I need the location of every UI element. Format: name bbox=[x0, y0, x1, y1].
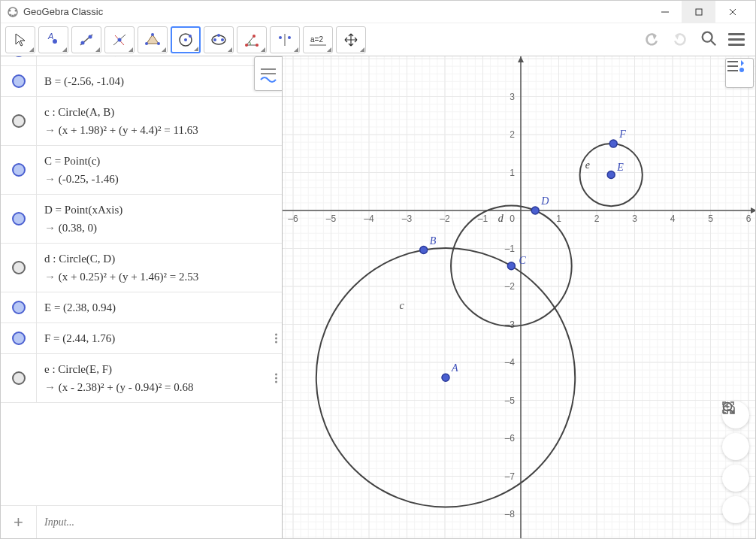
svg-point-20 bbox=[157, 42, 160, 45]
minimize-button[interactable] bbox=[648, 1, 682, 23]
close-button[interactable] bbox=[715, 1, 749, 23]
entry-text: A = (-1.98, -4.4) bbox=[44, 56, 274, 59]
svg-text:F: F bbox=[618, 129, 626, 140]
tool-circle[interactable] bbox=[171, 26, 201, 53]
visibility-toggle[interactable] bbox=[12, 114, 26, 128]
algebra-entry[interactable]: e : Circle(E, F)(x - 2.38)² + (y - 0.94)… bbox=[1, 354, 282, 403]
algebra-entry[interactable]: d : Circle(C, D)(x + 0.25)² + (y + 1.46)… bbox=[1, 244, 282, 292]
point-D[interactable] bbox=[531, 207, 539, 214]
svg-point-19 bbox=[151, 33, 154, 36]
entry-text: E = (2.38, 0.94) bbox=[44, 298, 274, 316]
svg-text:3: 3 bbox=[632, 213, 637, 224]
svg-text:–2: –2 bbox=[505, 281, 516, 292]
algebra-entry[interactable]: A = (-1.98, -4.4) bbox=[1, 56, 282, 66]
svg-text:2: 2 bbox=[594, 213, 600, 224]
graphics-panel[interactable]: –6–5–4–3–2–1123456–8–7–6–5–4–3–2–11230cd… bbox=[283, 56, 755, 538]
svg-text:–5: –5 bbox=[326, 213, 337, 224]
point-C[interactable] bbox=[507, 262, 515, 270]
graphics-style-tab[interactable] bbox=[725, 58, 754, 88]
entry-result: (x + 1.98)² + (y + 4.4)² = 11.63 bbox=[44, 121, 274, 139]
svg-text:c: c bbox=[399, 300, 404, 311]
svg-point-11 bbox=[53, 39, 57, 44]
tool-point[interactable]: A bbox=[38, 26, 68, 53]
svg-point-31 bbox=[256, 44, 259, 47]
input-field[interactable] bbox=[37, 516, 282, 528]
svg-point-21 bbox=[145, 42, 148, 45]
svg-text:–6: –6 bbox=[288, 213, 298, 224]
algebra-entry[interactable]: c : Circle(A, B)(x + 1.98)² + (y + 4.4)²… bbox=[1, 97, 282, 146]
input-row: + bbox=[1, 505, 282, 538]
svg-text:C: C bbox=[519, 255, 526, 266]
visibility-toggle[interactable] bbox=[12, 332, 26, 345]
toolbar: A a=2 bbox=[1, 23, 755, 56]
visibility-toggle[interactable] bbox=[12, 212, 26, 226]
entry-text: e : Circle(E, F) bbox=[44, 360, 274, 378]
visibility-toggle[interactable] bbox=[12, 163, 26, 177]
svg-text:–4: –4 bbox=[364, 213, 374, 224]
visibility-toggle[interactable] bbox=[12, 74, 26, 88]
svg-text:4: 4 bbox=[670, 213, 676, 224]
redo-button[interactable] bbox=[671, 29, 689, 50]
tool-move[interactable] bbox=[5, 26, 35, 53]
algebra-style-tab[interactable] bbox=[254, 56, 283, 91]
point-A[interactable] bbox=[442, 374, 449, 381]
svg-text:A: A bbox=[451, 362, 458, 374]
svg-text:E: E bbox=[616, 162, 624, 173]
svg-point-27 bbox=[221, 38, 224, 41]
svg-point-13 bbox=[81, 41, 85, 44]
tool-ellipse[interactable] bbox=[204, 26, 234, 53]
svg-point-29 bbox=[245, 44, 248, 47]
point-F[interactable] bbox=[609, 140, 617, 147]
fullscreen-button[interactable] bbox=[722, 496, 749, 523]
app-logo bbox=[7, 6, 19, 18]
zoom-in-button[interactable] bbox=[722, 433, 749, 460]
svg-text:0: 0 bbox=[510, 213, 515, 224]
algebra-entry[interactable]: D = Point(xAxis)(0.38, 0) bbox=[1, 195, 282, 244]
tool-reflect[interactable] bbox=[270, 26, 300, 53]
tool-slider[interactable]: a=2 bbox=[303, 26, 333, 53]
maximize-button[interactable] bbox=[682, 1, 715, 23]
entry-menu-button[interactable] bbox=[275, 334, 277, 344]
svg-text:a=2: a=2 bbox=[310, 35, 323, 44]
svg-text:D: D bbox=[540, 195, 549, 207]
tool-perpendicular[interactable] bbox=[104, 26, 135, 53]
visibility-toggle[interactable] bbox=[12, 261, 26, 274]
svg-point-24 bbox=[189, 35, 192, 38]
tool-line[interactable] bbox=[71, 26, 101, 53]
entry-text: d : Circle(C, D) bbox=[44, 250, 274, 268]
tool-angle[interactable] bbox=[237, 26, 267, 53]
point-E[interactable] bbox=[607, 171, 615, 179]
svg-text:–2: –2 bbox=[440, 213, 450, 224]
undo-button[interactable] bbox=[643, 29, 661, 50]
point-B[interactable] bbox=[420, 247, 428, 254]
svg-point-30 bbox=[253, 35, 256, 38]
svg-point-28 bbox=[217, 34, 220, 37]
svg-text:–8: –8 bbox=[505, 509, 516, 519]
zoom-out-button[interactable] bbox=[722, 465, 749, 492]
svg-point-3 bbox=[12, 14, 14, 17]
visibility-toggle[interactable] bbox=[12, 56, 26, 57]
visibility-toggle[interactable] bbox=[12, 301, 26, 314]
algebra-entry[interactable]: E = (2.38, 0.94) bbox=[1, 292, 282, 323]
tool-move-view[interactable] bbox=[336, 26, 366, 53]
entry-menu-button[interactable] bbox=[275, 374, 277, 383]
svg-point-14 bbox=[89, 35, 92, 38]
algebra-entry[interactable]: C = Point(c)(-0.25, -1.46) bbox=[1, 146, 282, 195]
svg-marker-231 bbox=[741, 60, 744, 66]
svg-point-37 bbox=[703, 32, 712, 42]
svg-point-2 bbox=[15, 9, 17, 11]
svg-text:–3: –3 bbox=[505, 319, 516, 330]
svg-text:–4: –4 bbox=[505, 357, 516, 368]
algebra-entry[interactable]: F = (2.44, 1.76) bbox=[1, 323, 282, 354]
svg-point-5 bbox=[14, 14, 17, 16]
menu-button[interactable] bbox=[728, 33, 745, 46]
visibility-toggle[interactable] bbox=[12, 371, 26, 385]
entry-text: D = Point(xAxis) bbox=[44, 201, 274, 219]
tool-polygon[interactable] bbox=[138, 26, 168, 53]
search-button[interactable] bbox=[700, 29, 718, 50]
svg-text:–7: –7 bbox=[505, 471, 516, 482]
svg-line-38 bbox=[711, 41, 715, 45]
svg-text:–6: –6 bbox=[505, 433, 516, 444]
algebra-entry[interactable]: B = (-2.56, -1.04) bbox=[1, 66, 282, 97]
add-button[interactable]: + bbox=[1, 506, 37, 538]
